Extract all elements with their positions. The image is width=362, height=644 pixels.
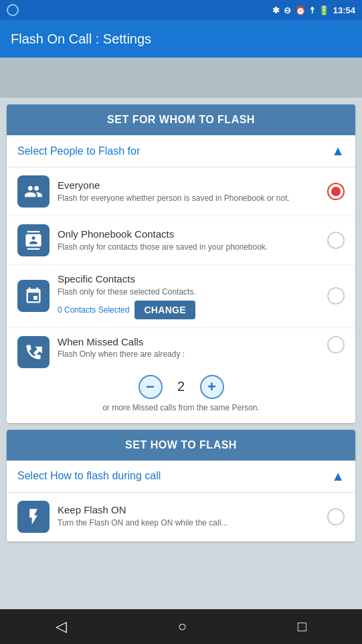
set-how-header: SET HOW TO FLASH xyxy=(7,430,355,461)
block-icon: ⊖ xyxy=(284,5,291,15)
missed-calls-desc: Flash Only when there are already : xyxy=(58,349,322,359)
everyone-option-row[interactable]: Everyone Flash for everyone whether pers… xyxy=(7,167,355,216)
missed-calls-icon-bg xyxy=(17,336,50,368)
set-for-whom-title: SET FOR WHOM TO FLASH xyxy=(107,114,255,125)
back-nav-button[interactable]: ◁ xyxy=(56,618,67,635)
signal-icon: ☨ xyxy=(310,5,314,15)
everyone-title: Everyone xyxy=(58,179,322,191)
specific-contacts-option-row[interactable]: Specific Contacts Flash only for these s… xyxy=(7,265,355,328)
decrement-button[interactable]: − xyxy=(139,375,163,399)
select-how-row[interactable]: Select How to flash during call ▲ xyxy=(7,461,355,493)
stepper-row: − 2 + xyxy=(17,375,345,399)
increment-button[interactable]: + xyxy=(200,375,224,399)
chevron-up-how-icon: ▲ xyxy=(331,469,345,484)
set-for-whom-card: SET FOR WHOM TO FLASH Select People to F… xyxy=(7,104,355,423)
recent-nav-button[interactable]: □ xyxy=(298,618,306,635)
phonebook-icon-bg xyxy=(17,224,50,256)
sub-header-area xyxy=(0,58,362,98)
phonebook-option-row[interactable]: Only Phonebook Contacts Flash only for c… xyxy=(7,216,355,265)
select-people-label: Select People to Flash for xyxy=(17,145,140,157)
time-display: 13:54 xyxy=(333,5,355,15)
bottom-nav: ◁ ○ □ xyxy=(0,609,362,644)
select-how-label: Select How to flash during call xyxy=(17,470,161,482)
chevron-up-icon: ▲ xyxy=(331,143,345,159)
main-content: SET FOR WHOM TO FLASH Select People to F… xyxy=(0,98,362,609)
missed-calls-radio[interactable] xyxy=(327,336,345,353)
change-button[interactable]: CHANGE xyxy=(134,301,195,319)
keep-flash-desc: Turn the Flash ON and keep ON while the … xyxy=(58,517,322,529)
people-icon xyxy=(24,182,43,201)
contacts-selected-count[interactable]: 0 Contacts Selected xyxy=(58,305,129,315)
phonebook-radio[interactable] xyxy=(327,232,345,249)
select-people-row[interactable]: Select People to Flash for ▲ xyxy=(7,135,355,167)
set-how-title: SET HOW TO FLASH xyxy=(125,439,237,451)
set-for-whom-header: SET FOR WHOM TO FLASH xyxy=(7,104,355,135)
everyone-radio-inner xyxy=(331,187,341,196)
status-bar: ✱ ⊖ ⏰ ☨ 🔋 13:54 xyxy=(0,0,362,20)
app-title: Flash On Call : Settings xyxy=(11,31,151,47)
bluetooth-icon: ✱ xyxy=(272,5,280,15)
keep-flash-title: Keep Flash ON xyxy=(58,504,322,515)
flash-icon xyxy=(24,507,43,526)
set-how-card: SET HOW TO FLASH Select How to flash dur… xyxy=(7,430,355,542)
status-bar-right: ✱ ⊖ ⏰ ☨ 🔋 13:54 xyxy=(272,5,355,15)
stepper-value: 2 xyxy=(173,379,189,394)
missed-calls-section: When Missed Calls Flash Only when there … xyxy=(7,328,355,423)
everyone-radio[interactable] xyxy=(327,183,345,200)
specific-contacts-title: Specific Contacts xyxy=(58,273,322,285)
specific-contact-icon xyxy=(24,287,43,305)
home-nav-button[interactable]: ○ xyxy=(178,618,187,635)
specific-contacts-radio[interactable] xyxy=(327,287,345,305)
app-bar: Flash On Call : Settings xyxy=(0,20,362,58)
keep-flash-radio[interactable] xyxy=(327,508,345,526)
phonebook-option-text: Only Phonebook Contacts Flash only for c… xyxy=(58,228,322,253)
keep-flash-on-row[interactable]: Keep Flash ON Turn the Flash ON and keep… xyxy=(7,493,355,542)
specific-contacts-actions: 0 Contacts Selected CHANGE xyxy=(58,301,322,319)
phonebook-title: Only Phonebook Contacts xyxy=(58,228,322,240)
specific-contacts-desc-text: Flash only for these selected Contacts. xyxy=(58,287,322,298)
alarm-icon: ⏰ xyxy=(295,5,306,15)
missed-calls-title: When Missed Calls xyxy=(58,336,322,347)
phonebook-desc: Flash only for contacts those are saved … xyxy=(58,242,322,253)
missed-calls-footer: or more Missed calls from the same Perso… xyxy=(17,403,345,412)
everyone-icon-bg xyxy=(17,175,50,208)
keep-flash-option-text: Keep Flash ON Turn the Flash ON and keep… xyxy=(58,504,322,529)
everyone-desc: Flash for everyone whether person is sav… xyxy=(58,193,322,204)
everyone-option-text: Everyone Flash for everyone whether pers… xyxy=(58,179,322,204)
status-bar-left xyxy=(7,4,19,16)
battery-icon: 🔋 xyxy=(319,5,329,15)
missed-calls-text: When Missed Calls Flash Only when there … xyxy=(58,336,322,359)
missed-call-icon xyxy=(24,343,43,361)
signal-circle-icon xyxy=(7,4,19,16)
missed-calls-top: When Missed Calls Flash Only when there … xyxy=(17,336,345,368)
contact-card-icon xyxy=(24,231,43,250)
specific-contacts-option-text: Specific Contacts Flash only for these s… xyxy=(58,273,322,319)
keep-flash-icon-bg xyxy=(17,501,50,533)
specific-contacts-icon-bg xyxy=(17,280,50,312)
